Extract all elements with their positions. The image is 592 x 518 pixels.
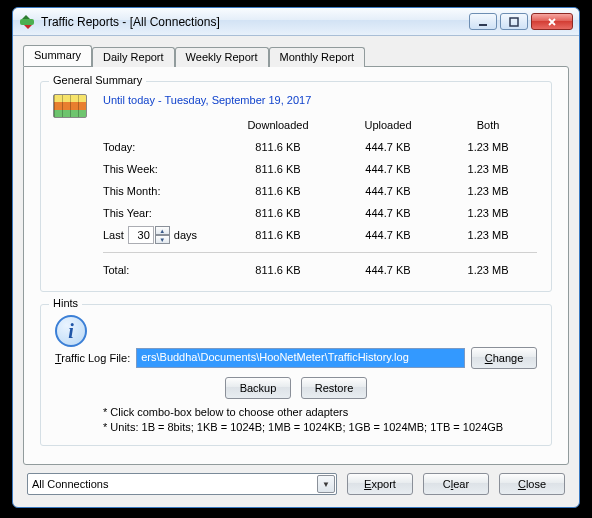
clear-button[interactable]: Clear bbox=[423, 473, 489, 495]
summary-caption: Until today - Tuesday, September 19, 201… bbox=[103, 94, 537, 106]
app-icon bbox=[19, 14, 35, 30]
hint-note-1: * Click combo-box below to choose other … bbox=[103, 405, 537, 420]
general-summary-group: General Summary Until today - Tuesday, S… bbox=[40, 81, 552, 292]
table-row: This Year: 811.6 KB 444.7 KB 1.23 MB bbox=[103, 202, 537, 224]
svg-rect-1 bbox=[510, 18, 518, 26]
hints-legend: Hints bbox=[49, 297, 82, 309]
days-down-button[interactable]: ▼ bbox=[155, 235, 170, 244]
restore-button[interactable]: Restore bbox=[301, 377, 367, 399]
chart-bars-icon bbox=[53, 94, 87, 118]
tab-summary[interactable]: Summary bbox=[23, 45, 92, 66]
tab-weekly[interactable]: Weekly Report bbox=[175, 47, 269, 67]
days-up-button[interactable]: ▲ bbox=[155, 226, 170, 235]
titlebar[interactable]: Traffic Reports - [All Connections] bbox=[13, 8, 579, 36]
general-summary-legend: General Summary bbox=[49, 74, 146, 86]
adapter-combo[interactable]: All Connections ▼ bbox=[27, 473, 337, 495]
window-frame: Traffic Reports - [All Connections] Summ… bbox=[12, 7, 580, 508]
tabs: Summary Daily Report Weekly Report Month… bbox=[23, 44, 569, 66]
table-row: This Week: 811.6 KB 444.7 KB 1.23 MB bbox=[103, 158, 537, 180]
log-file-label: Traffic Log File: bbox=[55, 352, 130, 364]
table-row: Last ▲ ▼ days 811.6 KB 444.7 KB bbox=[103, 224, 537, 246]
adapter-combo-value: All Connections bbox=[32, 478, 108, 490]
info-icon: i bbox=[55, 315, 87, 347]
change-button[interactable]: Change bbox=[471, 347, 537, 369]
col-downloaded: Downloaded bbox=[223, 119, 333, 131]
svg-rect-0 bbox=[479, 24, 487, 26]
log-file-field[interactable]: ers\Buddha\Documents\HooNetMeter\Traffic… bbox=[136, 348, 465, 368]
backup-button[interactable]: Backup bbox=[225, 377, 291, 399]
close-button[interactable] bbox=[531, 13, 573, 30]
tab-panel-summary: General Summary Until today - Tuesday, S… bbox=[23, 66, 569, 465]
export-button[interactable]: Export bbox=[347, 473, 413, 495]
minimize-button[interactable] bbox=[469, 13, 497, 30]
summary-table: Downloaded Uploaded Both Today: 811.6 KB… bbox=[103, 114, 537, 281]
tab-daily[interactable]: Daily Report bbox=[92, 47, 175, 67]
col-both: Both bbox=[443, 119, 533, 131]
footer: All Connections ▼ Export Clear Close bbox=[23, 465, 569, 497]
table-row: This Month: 811.6 KB 444.7 KB 1.23 MB bbox=[103, 180, 537, 202]
days-input[interactable] bbox=[128, 226, 154, 244]
close-dialog-button[interactable]: Close bbox=[499, 473, 565, 495]
tab-monthly[interactable]: Monthly Report bbox=[269, 47, 366, 67]
chevron-down-icon[interactable]: ▼ bbox=[317, 475, 335, 493]
col-uploaded: Uploaded bbox=[333, 119, 443, 131]
table-row: Total: 811.6 KB 444.7 KB 1.23 MB bbox=[103, 259, 537, 281]
hints-group: Hints i Traffic Log File: ers\Buddha\Doc… bbox=[40, 304, 552, 446]
days-spinner[interactable]: ▲ ▼ bbox=[128, 226, 170, 244]
window-title: Traffic Reports - [All Connections] bbox=[41, 15, 469, 29]
maximize-button[interactable] bbox=[500, 13, 528, 30]
hint-note-2: * Units: 1B = 8bits; 1KB = 1024B; 1MB = … bbox=[103, 420, 537, 435]
table-row: Today: 811.6 KB 444.7 KB 1.23 MB bbox=[103, 136, 537, 158]
